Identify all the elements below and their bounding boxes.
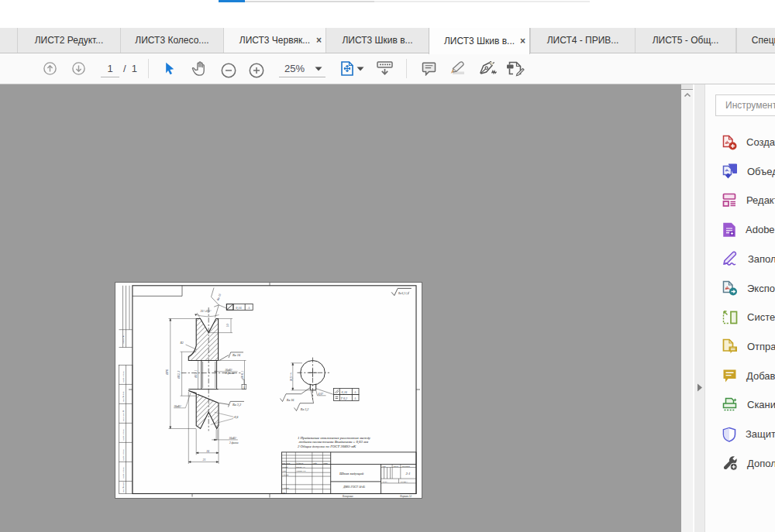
svg-text:A: A bbox=[242, 386, 245, 390]
svg-text:A: A bbox=[353, 396, 356, 400]
svg-text:2 Общие допуски по ГОСТ 30893-: 2 Общие допуски по ГОСТ 30893-мК bbox=[298, 444, 356, 448]
svg-text:Разраб.: Разраб. bbox=[281, 466, 288, 469]
svg-text:Масштаб: Масштаб bbox=[401, 465, 411, 468]
svg-text:Формат A3: Формат A3 bbox=[400, 495, 412, 498]
svg-text:Ra 16: Ra 16 bbox=[286, 398, 294, 402]
svg-text:2 фаски: 2 фаски bbox=[226, 372, 235, 375]
svg-text:№ докум.: № докум. bbox=[295, 462, 304, 465]
svg-text:Взам инв №: Взам инв № bbox=[122, 410, 125, 421]
svg-text:Утв.: Утв. bbox=[282, 492, 286, 494]
svg-text:Изм Лист: Изм Лист bbox=[281, 462, 291, 465]
svg-text:21: 21 bbox=[203, 458, 206, 462]
svg-text:Пров.: Пров. bbox=[281, 470, 287, 472]
svg-text:Подп.: Подп. bbox=[312, 462, 318, 465]
svg-text:Подп и дата: Подп и дата bbox=[122, 448, 125, 462]
svg-text:A: A bbox=[353, 390, 356, 394]
svg-text:16x45°: 16x45° bbox=[229, 437, 237, 440]
svg-text:ДМ01.ГОСТ 14-45: ДМ01.ГОСТ 14-45 bbox=[343, 486, 365, 489]
svg-text:2 фаски: 2 фаски bbox=[229, 441, 239, 444]
svg-text:1 Предельные отклонения рассто: 1 Предельные отклонения расстояния между bbox=[298, 436, 371, 440]
svg-text:Лист 1: Лист 1 bbox=[381, 481, 388, 483]
svg-text:R2: R2 bbox=[180, 342, 184, 345]
svg-text:2:1: 2:1 bbox=[406, 472, 411, 475]
svg-text:Т.контр.: Т.контр. bbox=[282, 474, 289, 476]
svg-text:Подп и дата: Подп и дата bbox=[122, 428, 125, 441]
svg-text:Дата: Дата bbox=[322, 462, 328, 465]
svg-text:Инв № подл: Инв № подл bbox=[122, 481, 125, 493]
svg-text:Петров В.И.: Петров В.И. bbox=[295, 470, 306, 472]
svg-text:Ø76: Ø76 bbox=[165, 369, 169, 376]
svg-text:16x45°: 16x45° bbox=[174, 405, 182, 408]
svg-text:16x45°: 16x45° bbox=[225, 369, 232, 372]
svg-text:Подп и дата: Подп и дата bbox=[122, 370, 125, 383]
svg-text:Справ №: Справ № bbox=[122, 335, 125, 344]
svg-text:Инв № дубл: Инв № дубл bbox=[122, 390, 125, 403]
svg-text:Лит.: Лит. bbox=[381, 465, 387, 468]
svg-text:Листов 1: Листов 1 bbox=[400, 481, 408, 483]
svg-text:Шкив ведущий: Шкив ведущий bbox=[339, 472, 364, 475]
svg-text:A: A bbox=[247, 306, 250, 310]
svg-text:Ra 16: Ra 16 bbox=[232, 353, 241, 357]
svg-text:Подп и дата: Подп и дата bbox=[122, 466, 125, 479]
svg-text:Н.контр.: Н.контр. bbox=[281, 487, 290, 489]
svg-text:Иванов А.С.: Иванов А.С. bbox=[295, 466, 306, 469]
svg-text:Копировал: Копировал bbox=[342, 495, 353, 498]
svg-text:Масса: Масса bbox=[393, 465, 399, 468]
